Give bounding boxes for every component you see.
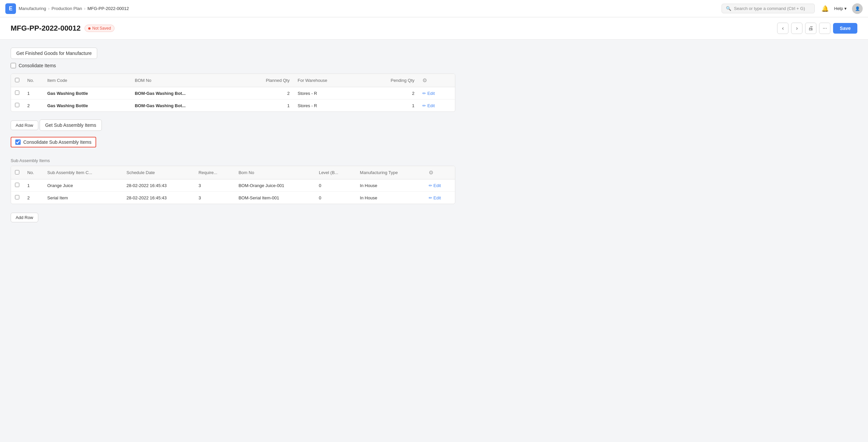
main-content: Get Finished Goods for Manufacture Conso… [0,40,466,237]
row-planned-qty: 2 [236,87,293,99]
edit-link[interactable]: ✏ Edit [422,91,451,96]
sa-col-header-bom-no: Bom No [235,166,315,180]
finished-goods-table: No. Item Code BOM No Planned Qty For War… [11,73,455,112]
sa-row-level: 0 [315,192,356,204]
sa-row-item-code: Orange Juice [43,180,122,192]
sa-col-header-level: Level (B... [315,166,356,180]
table-settings-gear[interactable]: ⚙ [422,77,427,84]
sa-row-bom-no: BOM-Orange Juice-001 [235,180,315,192]
sa-row-checkbox[interactable] [15,195,19,199]
sa-edit-link[interactable]: ✏ Edit [429,195,451,200]
more-button[interactable]: ··· [819,23,830,34]
sa-row-edit-cell: ✏ Edit [425,180,455,192]
consolidate-items-checkbox[interactable] [11,63,16,68]
save-button[interactable]: Save [833,23,857,34]
get-sub-assembly-button[interactable]: Get Sub Assembly Items [40,120,102,131]
row-for-warehouse: Stores - R [293,99,361,112]
fg-row-checkbox[interactable] [15,103,19,107]
search-icon: 🔍 [726,6,731,11]
row-item-code: Gas Washing Bottle [43,99,131,112]
col-header-settings: ⚙ [418,74,455,87]
sa-col-header-mfg-type: Manufacturing Type [356,166,424,180]
get-finished-goods-button[interactable]: Get Finished Goods for Manufacture [11,48,97,59]
row-planned-qty: 1 [236,99,293,112]
consolidate-items-label: Consolidate Items [19,63,56,68]
breadcrumb-manufacturing[interactable]: Manufacturing [19,6,46,11]
select-all-sa-checkbox[interactable] [15,170,19,175]
col-header-bom-no: BOM No [131,74,237,87]
topnav-actions: 🔔 Help ▾ 👤 [822,3,863,14]
sa-col-header-settings: ⚙ [425,166,455,180]
row-edit-cell: ✏ Edit [418,99,455,112]
sa-row-schedule-date: 28-02-2022 16:45:43 [122,192,194,204]
next-button[interactable]: › [791,23,802,34]
col-header-planned-qty: Planned Qty [236,74,293,87]
edit-link[interactable]: ✏ Edit [422,103,451,108]
sa-row-item-code: Serial Item [43,192,122,204]
consolidate-sub-assembly-row: Consolidate Sub Assembly Items [11,137,96,148]
status-badge: Not Saved [85,25,115,32]
fg-row-checkbox[interactable] [15,91,19,95]
row-for-warehouse: Stores - R [293,87,361,99]
row-item-code: Gas Washing Bottle [43,87,131,99]
prev-button[interactable]: ‹ [777,23,788,34]
table-row: 1 Orange Juice 28-02-2022 16:45:43 3 BOM… [11,180,455,192]
print-button[interactable]: 🖨 [805,23,816,34]
sa-row-edit-cell: ✏ Edit [425,192,455,204]
sa-col-header-item-code: Sub Assembly Item C... [43,166,122,180]
sa-row-mfg-type: In House [356,180,424,192]
select-all-fg-checkbox[interactable] [15,78,19,82]
row-no: 1 [23,87,43,99]
col-header-item-code: Item Code [43,74,131,87]
sub-assembly-table: No. Sub Assembly Item C... Schedule Date… [11,166,455,204]
col-header-no: No. [23,74,43,87]
sa-row-mfg-type: In House [356,192,424,204]
sa-row-checkbox-cell [11,192,23,204]
add-row-fg-button[interactable]: Add Row [11,121,38,130]
consolidate-items-row: Consolidate Items [11,63,455,68]
sa-col-header-schedule-date: Schedule Date [122,166,194,180]
row-checkbox-cell [11,87,23,99]
sa-row-bom-no: BOM-Serial Item-001 [235,192,315,204]
page-header: MFG-PP-2022-00012 Not Saved ‹ › 🖨 ··· Sa… [0,17,868,40]
sa-row-required: 3 [194,192,234,204]
table-row: 1 Gas Washing Bottle BOM-Gas Washing Bot… [11,87,455,99]
sa-row-no: 2 [23,192,43,204]
col-header-checkbox [11,74,23,87]
sa-row-checkbox[interactable] [15,183,19,187]
row-no: 2 [23,99,43,112]
sa-row-schedule-date: 28-02-2022 16:45:43 [122,180,194,192]
table-row: 2 Gas Washing Bottle BOM-Gas Washing Bot… [11,99,455,112]
help-button[interactable]: Help ▾ [834,6,847,11]
sa-table-settings-gear[interactable]: ⚙ [429,169,433,176]
row-checkbox-cell [11,99,23,112]
sa-col-header-required: Require... [194,166,234,180]
top-navigation: E Manufacturing › Production Plan › MFG-… [0,0,868,17]
app-logo[interactable]: E [5,3,16,14]
avatar[interactable]: 👤 [852,3,863,14]
col-header-pending-qty: Pending Qty [362,74,419,87]
row-pending-qty: 2 [362,87,419,99]
notifications-icon[interactable]: 🔔 [822,5,829,12]
sa-row-checkbox-cell [11,180,23,192]
sa-col-header-no: No. [23,166,43,180]
breadcrumb-production-plan[interactable]: Production Plan [52,6,82,11]
col-header-for-warehouse: For Warehouse [293,74,361,87]
row-bom-no: BOM-Gas Washing Bot... [131,87,237,99]
breadcrumb: Manufacturing › Production Plan › MFG-PP… [19,6,719,11]
header-controls: ‹ › 🖨 ··· Save [777,23,857,34]
row-pending-qty: 1 [362,99,419,112]
consolidate-sub-assembly-checkbox[interactable] [15,139,21,145]
status-dot [88,27,91,30]
add-row-sa-button[interactable]: Add Row [11,213,38,222]
sa-row-level: 0 [315,180,356,192]
page-title: MFG-PP-2022-00012 [11,24,81,33]
row-edit-cell: ✏ Edit [418,87,455,99]
sa-row-required: 3 [194,180,234,192]
search-bar[interactable]: 🔍 Search or type a command (Ctrl + G) [721,4,815,13]
sa-col-header-checkbox [11,166,23,180]
sa-edit-link[interactable]: ✏ Edit [429,183,451,188]
row-bom-no: BOM-Gas Washing Bot... [131,99,237,112]
sa-row-no: 1 [23,180,43,192]
chevron-down-icon: ▾ [844,6,847,11]
